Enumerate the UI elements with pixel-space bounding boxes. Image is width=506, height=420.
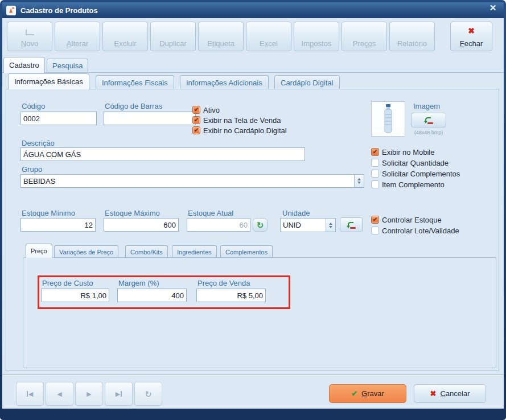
cancel-x-icon: ✖ bbox=[430, 390, 437, 397]
previous-record-icon: ◀ bbox=[57, 391, 61, 397]
water-bottle-image bbox=[381, 104, 395, 134]
estoque-maximo-input[interactable] bbox=[104, 218, 179, 232]
checkbox-exibir-cardapio-digital[interactable]: Exibir no Cardápio Digital bbox=[192, 126, 287, 135]
titlebar: Cadastro de Produtos bbox=[2, 2, 504, 18]
preco-de-custo-input[interactable] bbox=[41, 289, 109, 302]
estoque-atual-label: Estoque Atual bbox=[188, 209, 233, 217]
tab-variacoes-de-preco[interactable]: Variações de Preço bbox=[54, 245, 118, 258]
codigo-de-barras-input[interactable] bbox=[104, 112, 196, 125]
estoque-atual-input bbox=[187, 218, 250, 232]
tab-cardapio-digital[interactable]: Cardápio Digital bbox=[274, 75, 340, 89]
checkbox-icon bbox=[371, 170, 379, 178]
checkbox-item-complemento[interactable]: Item Complemento bbox=[371, 180, 445, 189]
grupo-select[interactable]: BEBIDAS bbox=[20, 174, 364, 188]
novo-button[interactable]: Novo bbox=[7, 22, 52, 51]
checkbox-icon bbox=[371, 148, 379, 156]
tab-informacoes-adicionais[interactable]: Informações Adicionais bbox=[180, 75, 269, 89]
refresh-records-icon: ↻ bbox=[145, 390, 152, 398]
codigo-label: Código bbox=[22, 102, 45, 110]
preco-de-venda-input[interactable] bbox=[196, 289, 266, 302]
nav-next-button[interactable]: ▶ bbox=[75, 382, 103, 406]
grupo-label: Grupo bbox=[22, 165, 42, 174]
cadastro-de-produtos-window: Cadastro de Produtos ✕ Novo Alterar Excl… bbox=[0, 0, 506, 420]
checkbox-solicitar-complementos[interactable]: Solicitar Complementos bbox=[371, 169, 460, 178]
fechar-button[interactable]: ✖ Fechar bbox=[450, 22, 492, 51]
alterar-button[interactable]: Alterar bbox=[55, 22, 100, 51]
relatorio-button[interactable]: Relatório bbox=[389, 22, 435, 51]
tab-complementos[interactable]: Complementos bbox=[220, 245, 273, 258]
checkbox-icon bbox=[192, 106, 200, 114]
checkbox-icon bbox=[371, 159, 379, 167]
load-image-icon bbox=[423, 116, 434, 124]
preco-de-venda-label: Preço de Venda bbox=[198, 279, 250, 287]
refresh-stock-button[interactable]: ↻ bbox=[253, 218, 268, 232]
tab-informacoes-fiscais[interactable]: Informações Fiscais bbox=[96, 75, 174, 89]
checkbox-solicitar-quantidade[interactable]: Solicitar Quantidade bbox=[371, 158, 449, 167]
precos-button[interactable]: Preços bbox=[342, 22, 387, 51]
margem-label: Margem (%) bbox=[118, 279, 159, 287]
descricao-label: Descrição bbox=[22, 139, 55, 147]
codigo-input[interactable] bbox=[20, 112, 97, 125]
gravar-button[interactable]: ✔ Gravar bbox=[329, 384, 406, 403]
tab-cadastro[interactable]: Cadastro bbox=[3, 57, 45, 73]
product-image bbox=[371, 101, 405, 137]
app-icon bbox=[6, 6, 16, 15]
tabstrip-divider bbox=[2, 72, 504, 73]
checkbox-ativo[interactable]: Ativo bbox=[192, 105, 220, 114]
nav-last-button[interactable]: ▶ bbox=[105, 382, 133, 406]
checkbox-exibir-tela-venda[interactable]: Exibir na Tela de Venda bbox=[192, 116, 281, 125]
first-record-icon: ◀ bbox=[27, 391, 33, 397]
last-record-icon: ▶ bbox=[116, 391, 122, 397]
codigo-de-barras-label: Código de Barras bbox=[105, 102, 162, 110]
unidade-label: Unidade bbox=[282, 209, 310, 217]
excel-button[interactable]: Excel bbox=[246, 22, 291, 51]
estoque-minimo-input[interactable] bbox=[20, 218, 96, 232]
window-title: Cadastro de Produtos bbox=[20, 6, 98, 15]
tab-informacoes-basicas[interactable]: Informações Básicas bbox=[8, 73, 89, 89]
close-x-icon: ✖ bbox=[468, 27, 475, 35]
unidade-edit-button[interactable] bbox=[340, 217, 363, 232]
imagem-label: Imagem bbox=[413, 102, 440, 110]
checkbox-controlar-lote-validade[interactable]: Controlar Lote/Validade bbox=[371, 226, 459, 235]
nav-first-button[interactable]: ◀ bbox=[16, 382, 44, 406]
checkbox-icon bbox=[371, 216, 379, 224]
cancelar-button[interactable]: ✖ Cancelar bbox=[414, 384, 486, 403]
image-size-hint: (48x48.bmp) bbox=[409, 130, 449, 135]
descricao-input[interactable] bbox=[20, 147, 305, 161]
unidade-select[interactable]: UNID bbox=[280, 218, 336, 232]
estoque-maximo-label: Estoque Máximo bbox=[105, 209, 160, 217]
close-icon: ✕ bbox=[489, 3, 497, 13]
checkbox-icon bbox=[371, 180, 379, 188]
tab-ingredientes[interactable]: Ingredientes bbox=[172, 245, 217, 258]
checkbox-exibir-mobile[interactable]: Exibir no Mobile bbox=[371, 147, 435, 157]
spinner-icon[interactable] bbox=[326, 219, 335, 232]
excluir-button[interactable]: Excluir bbox=[102, 22, 148, 51]
window-close-button[interactable]: ✕ bbox=[486, 2, 500, 14]
margem-input[interactable] bbox=[117, 289, 187, 302]
save-check-icon: ✔ bbox=[351, 390, 357, 397]
etiqueta-button[interactable]: Etiqueta bbox=[198, 22, 244, 51]
tab-combo-kits[interactable]: Combo/Kits bbox=[125, 245, 168, 258]
impostos-button[interactable]: Impostos bbox=[294, 22, 339, 51]
checkbox-icon bbox=[192, 116, 200, 124]
next-record-icon: ▶ bbox=[87, 391, 91, 397]
nav-previous-button[interactable]: ◀ bbox=[46, 382, 73, 406]
new-record-icon bbox=[7, 22, 52, 39]
tab-preco[interactable]: Preço bbox=[26, 244, 52, 258]
checkbox-icon bbox=[371, 227, 379, 234]
spinner-icon[interactable] bbox=[354, 175, 364, 187]
load-image-button[interactable] bbox=[411, 113, 446, 127]
preco-panel bbox=[23, 257, 496, 368]
checkbox-controlar-estoque[interactable]: Controlar Estoque bbox=[371, 215, 442, 224]
estoque-minimo-label: Estoque Mínimo bbox=[22, 209, 75, 217]
refresh-icon: ↻ bbox=[257, 221, 264, 229]
preco-de-custo-label: Preço de Custo bbox=[42, 279, 93, 287]
nav-refresh-button[interactable]: ↻ bbox=[134, 382, 162, 406]
checkbox-icon bbox=[192, 126, 200, 134]
tab-pesquisa[interactable]: Pesquisa bbox=[47, 59, 88, 72]
duplicar-button[interactable]: Duplicar bbox=[150, 22, 196, 51]
footer-divider bbox=[2, 374, 504, 376]
unidade-edit-icon bbox=[346, 221, 356, 229]
